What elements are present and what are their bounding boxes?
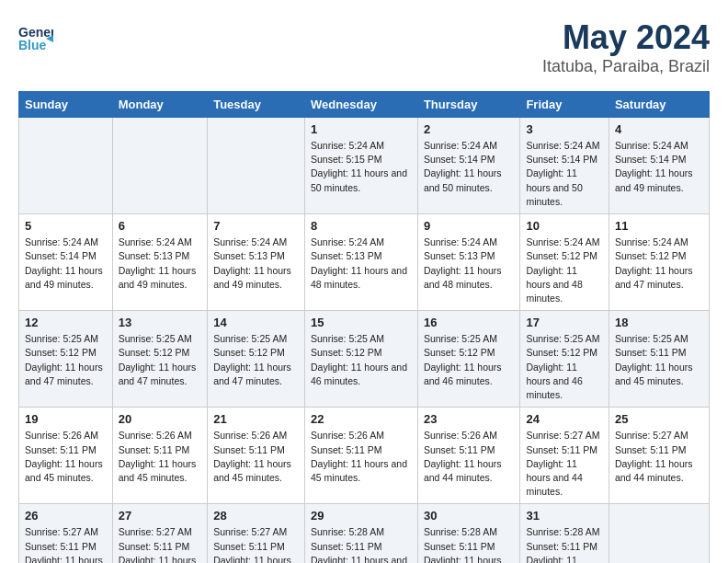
calendar-cell: 3Sunrise: 5:24 AM Sunset: 5:14 PM Daylig… — [520, 118, 609, 214]
day-detail: Sunrise: 5:25 AM Sunset: 5:11 PM Dayligh… — [615, 332, 703, 388]
calendar-cell: 25Sunrise: 5:27 AM Sunset: 5:11 PM Dayli… — [609, 408, 709, 504]
calendar-table: SundayMondayTuesdayWednesdayThursdayFrid… — [18, 91, 710, 563]
day-number: 7 — [213, 219, 299, 233]
day-detail: Sunrise: 5:25 AM Sunset: 5:12 PM Dayligh… — [311, 332, 412, 388]
weekday-header: Thursday — [417, 92, 520, 118]
day-detail: Sunrise: 5:26 AM Sunset: 5:11 PM Dayligh… — [25, 429, 107, 485]
day-number: 17 — [526, 316, 602, 329]
day-number: 2 — [424, 122, 515, 136]
calendar-cell: 17Sunrise: 5:25 AM Sunset: 5:12 PM Dayli… — [520, 311, 609, 408]
day-number: 22 — [311, 412, 412, 426]
day-number: 5 — [25, 219, 107, 233]
calendar-week-row: 12Sunrise: 5:25 AM Sunset: 5:12 PM Dayli… — [19, 311, 710, 408]
calendar-cell: 13Sunrise: 5:25 AM Sunset: 5:12 PM Dayli… — [112, 311, 208, 408]
calendar-cell: 11Sunrise: 5:24 AM Sunset: 5:12 PM Dayli… — [609, 214, 709, 311]
day-number: 24 — [526, 412, 602, 426]
calendar-week-row: 19Sunrise: 5:26 AM Sunset: 5:11 PM Dayli… — [19, 408, 710, 504]
day-number: 29 — [311, 509, 412, 523]
day-number: 30 — [424, 509, 515, 523]
day-number: 8 — [311, 219, 412, 233]
day-detail: Sunrise: 5:25 AM Sunset: 5:12 PM Dayligh… — [526, 332, 602, 402]
day-detail: Sunrise: 5:26 AM Sunset: 5:11 PM Dayligh… — [311, 429, 412, 485]
calendar-cell: 9Sunrise: 5:24 AM Sunset: 5:13 PM Daylig… — [417, 214, 520, 311]
day-detail: Sunrise: 5:28 AM Sunset: 5:11 PM Dayligh… — [424, 525, 515, 563]
calendar-week-row: 1Sunrise: 5:24 AM Sunset: 5:15 PM Daylig… — [19, 118, 710, 214]
day-detail: Sunrise: 5:27 AM Sunset: 5:11 PM Dayligh… — [615, 429, 703, 485]
calendar-cell: 4Sunrise: 5:24 AM Sunset: 5:14 PM Daylig… — [609, 118, 709, 214]
calendar-cell: 5Sunrise: 5:24 AM Sunset: 5:14 PM Daylig… — [19, 214, 113, 311]
calendar-cell: 27Sunrise: 5:27 AM Sunset: 5:11 PM Dayli… — [112, 504, 208, 563]
calendar-cell: 2Sunrise: 5:24 AM Sunset: 5:14 PM Daylig… — [417, 118, 520, 214]
logo-icon: General Blue — [18, 18, 53, 53]
calendar-week-row: 5Sunrise: 5:24 AM Sunset: 5:14 PM Daylig… — [19, 214, 710, 311]
calendar-cell: 14Sunrise: 5:25 AM Sunset: 5:12 PM Dayli… — [208, 311, 305, 408]
calendar-cell — [609, 504, 709, 563]
main-title: May 2024 — [542, 18, 710, 57]
calendar-cell: 26Sunrise: 5:27 AM Sunset: 5:11 PM Dayli… — [19, 504, 113, 563]
calendar-cell: 31Sunrise: 5:28 AM Sunset: 5:11 PM Dayli… — [520, 504, 609, 563]
day-detail: Sunrise: 5:27 AM Sunset: 5:11 PM Dayligh… — [526, 429, 602, 499]
day-number: 20 — [119, 412, 202, 426]
day-number: 18 — [615, 316, 703, 329]
calendar-cell — [208, 118, 305, 214]
day-number: 1 — [311, 122, 412, 136]
svg-text:Blue: Blue — [18, 38, 47, 52]
logo: General Blue — [18, 18, 53, 53]
weekday-header: Saturday — [609, 92, 709, 118]
calendar-cell — [112, 118, 208, 214]
calendar-cell: 7Sunrise: 5:24 AM Sunset: 5:13 PM Daylig… — [208, 214, 305, 311]
calendar-cell — [19, 118, 113, 214]
day-detail: Sunrise: 5:24 AM Sunset: 5:14 PM Dayligh… — [424, 139, 515, 195]
day-number: 23 — [424, 412, 515, 426]
day-number: 11 — [615, 219, 703, 233]
day-detail: Sunrise: 5:26 AM Sunset: 5:11 PM Dayligh… — [424, 429, 515, 485]
day-detail: Sunrise: 5:24 AM Sunset: 5:13 PM Dayligh… — [311, 236, 412, 292]
day-detail: Sunrise: 5:27 AM Sunset: 5:11 PM Dayligh… — [119, 525, 202, 563]
day-number: 13 — [119, 316, 202, 329]
day-number: 25 — [615, 412, 703, 426]
calendar-cell: 12Sunrise: 5:25 AM Sunset: 5:12 PM Dayli… — [19, 311, 113, 408]
day-detail: Sunrise: 5:24 AM Sunset: 5:14 PM Dayligh… — [526, 139, 602, 209]
calendar-cell: 30Sunrise: 5:28 AM Sunset: 5:11 PM Dayli… — [417, 504, 520, 563]
day-detail: Sunrise: 5:25 AM Sunset: 5:12 PM Dayligh… — [213, 332, 299, 388]
calendar-cell: 28Sunrise: 5:27 AM Sunset: 5:11 PM Dayli… — [208, 504, 305, 563]
day-detail: Sunrise: 5:24 AM Sunset: 5:12 PM Dayligh… — [526, 236, 602, 305]
day-detail: Sunrise: 5:28 AM Sunset: 5:11 PM Dayligh… — [311, 525, 412, 563]
day-detail: Sunrise: 5:24 AM Sunset: 5:14 PM Dayligh… — [615, 139, 703, 195]
calendar-cell: 20Sunrise: 5:26 AM Sunset: 5:11 PM Dayli… — [112, 408, 208, 504]
day-number: 16 — [424, 316, 515, 329]
weekday-header: Tuesday — [208, 92, 305, 118]
day-detail: Sunrise: 5:24 AM Sunset: 5:12 PM Dayligh… — [615, 236, 703, 292]
calendar-header: SundayMondayTuesdayWednesdayThursdayFrid… — [19, 92, 710, 118]
calendar-cell: 16Sunrise: 5:25 AM Sunset: 5:12 PM Dayli… — [417, 311, 520, 408]
day-detail: Sunrise: 5:26 AM Sunset: 5:11 PM Dayligh… — [119, 429, 202, 485]
calendar-cell: 15Sunrise: 5:25 AM Sunset: 5:12 PM Dayli… — [304, 311, 417, 408]
calendar-cell: 19Sunrise: 5:26 AM Sunset: 5:11 PM Dayli… — [19, 408, 113, 504]
weekday-header: Wednesday — [304, 92, 417, 118]
day-detail: Sunrise: 5:28 AM Sunset: 5:11 PM Dayligh… — [526, 525, 602, 563]
calendar-cell: 24Sunrise: 5:27 AM Sunset: 5:11 PM Dayli… — [520, 408, 609, 504]
weekday-header: Friday — [520, 92, 609, 118]
day-detail: Sunrise: 5:25 AM Sunset: 5:12 PM Dayligh… — [424, 332, 515, 388]
day-detail: Sunrise: 5:27 AM Sunset: 5:11 PM Dayligh… — [213, 525, 299, 563]
calendar-body: 1Sunrise: 5:24 AM Sunset: 5:15 PM Daylig… — [19, 118, 710, 564]
day-detail: Sunrise: 5:24 AM Sunset: 5:13 PM Dayligh… — [213, 236, 299, 292]
calendar-cell: 1Sunrise: 5:24 AM Sunset: 5:15 PM Daylig… — [304, 118, 417, 214]
day-detail: Sunrise: 5:24 AM Sunset: 5:15 PM Dayligh… — [311, 139, 412, 195]
day-number: 9 — [424, 219, 515, 233]
day-detail: Sunrise: 5:25 AM Sunset: 5:12 PM Dayligh… — [119, 332, 202, 388]
day-detail: Sunrise: 5:24 AM Sunset: 5:13 PM Dayligh… — [119, 236, 202, 292]
calendar-cell: 22Sunrise: 5:26 AM Sunset: 5:11 PM Dayli… — [304, 408, 417, 504]
calendar-cell: 8Sunrise: 5:24 AM Sunset: 5:13 PM Daylig… — [304, 214, 417, 311]
calendar-week-row: 26Sunrise: 5:27 AM Sunset: 5:11 PM Dayli… — [19, 504, 710, 563]
header: General Blue May 2024 Itatuba, Paraiba, … — [18, 18, 710, 76]
day-detail: Sunrise: 5:25 AM Sunset: 5:12 PM Dayligh… — [25, 332, 107, 388]
day-number: 4 — [615, 122, 703, 136]
day-number: 12 — [25, 316, 107, 329]
day-number: 27 — [119, 509, 202, 523]
day-number: 28 — [213, 509, 299, 523]
calendar-cell: 10Sunrise: 5:24 AM Sunset: 5:12 PM Dayli… — [520, 214, 609, 311]
day-number: 19 — [25, 412, 107, 426]
day-number: 6 — [119, 219, 202, 233]
day-number: 21 — [213, 412, 299, 426]
